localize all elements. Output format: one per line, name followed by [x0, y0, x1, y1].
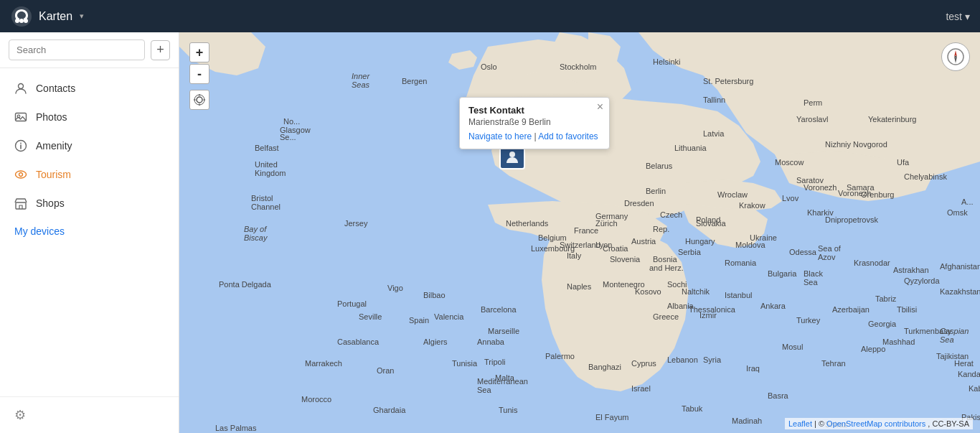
locate-icon — [193, 93, 206, 106]
compass-icon — [947, 48, 964, 65]
map-popup: × Test Kontakt Marienstraße 9 Berlin Nav… — [459, 97, 610, 149]
sidebar-item-tourism[interactable]: Tourism — [0, 160, 179, 189]
popup-close-button[interactable]: × — [597, 101, 603, 113]
sidebar-item-photos[interactable]: Photos — [0, 103, 179, 131]
svg-point-13 — [197, 97, 202, 103]
zoom-in-button[interactable]: + — [189, 42, 209, 62]
svg-point-14 — [194, 95, 204, 105]
app-title: Karten — [39, 10, 72, 23]
mydevices-label: My devices — [14, 225, 65, 237]
popup-separator: | — [534, 131, 536, 141]
user-name: test — [946, 11, 962, 22]
svg-point-1 — [19, 19, 24, 23]
popup-address: Marienstraße 9 Berlin — [468, 117, 600, 127]
zoom-out-button[interactable]: - — [189, 64, 209, 84]
sidebar-item-contacts[interactable]: Contacts — [0, 74, 179, 103]
nextcloud-logo — [10, 5, 33, 28]
photo-icon — [14, 111, 27, 124]
map-container[interactable]: InnerSeas Glasgow Belfast UnitedKingdom … — [179, 32, 980, 433]
map-background — [179, 32, 980, 433]
nav-items: Contacts Photos — [0, 68, 179, 396]
locate-button[interactable] — [189, 90, 209, 110]
sidebar-tourism-label: Tourism — [36, 169, 71, 180]
user-dropdown-icon[interactable]: ▾ — [965, 11, 970, 22]
info-icon — [14, 139, 27, 152]
topbar-left: Karten ▾ — [10, 5, 84, 28]
contact-avatar-icon — [504, 149, 520, 164]
attribution-sep: | © — [814, 419, 826, 428]
popup-title: Test Kontakt — [468, 105, 600, 116]
attribution-license: , CC-BY-SA — [928, 419, 969, 428]
svg-point-22 — [955, 56, 957, 58]
svg-point-4 — [19, 84, 24, 89]
topbar-user[interactable]: test ▾ — [946, 11, 970, 22]
sidebar: + Contacts — [0, 32, 179, 433]
leaflet-link[interactable]: Leaflet — [788, 419, 812, 428]
sidebar-item-amenity[interactable]: Amenity — [0, 131, 179, 160]
person-icon — [14, 82, 27, 95]
osm-link[interactable]: OpenStreetMap contributors — [826, 419, 925, 428]
sidebar-contacts-label: Contacts — [36, 83, 75, 94]
sidebar-shops-label: Shops — [36, 197, 65, 209]
svg-point-23 — [509, 152, 515, 157]
search-input[interactable] — [9, 39, 145, 60]
eye-icon — [14, 168, 27, 181]
popup-favorites-link[interactable]: Add to favorites — [538, 131, 598, 141]
sidebar-amenity-label: Amenity — [36, 140, 72, 152]
topbar: Karten ▾ test ▾ — [0, 0, 980, 32]
attribution: Leaflet | © OpenStreetMap contributors ,… — [785, 418, 973, 429]
svg-point-10 — [19, 173, 23, 177]
svg-rect-5 — [16, 113, 27, 121]
settings-item[interactable]: ⚙ — [0, 396, 179, 433]
svg-point-3 — [24, 19, 28, 23]
sidebar-item-mydevices[interactable]: My devices — [0, 218, 179, 245]
search-bar: + — [0, 32, 179, 68]
app-dropdown-icon[interactable]: ▾ — [80, 11, 84, 21]
map-controls: + - — [189, 42, 209, 110]
compass-button[interactable] — [941, 42, 970, 71]
svg-point-2 — [15, 19, 19, 23]
gear-icon: ⚙ — [14, 408, 26, 422]
shop-icon — [14, 197, 27, 210]
sidebar-photos-label: Photos — [36, 111, 67, 123]
main-layout: + Contacts — [0, 32, 980, 433]
svg-point-9 — [16, 171, 27, 178]
add-button[interactable]: + — [151, 40, 170, 60]
svg-point-8 — [20, 143, 22, 144]
popup-links: Navigate to here | Add to favorites — [468, 131, 600, 141]
sidebar-item-shops[interactable]: Shops — [0, 189, 179, 218]
popup-navigate-link[interactable]: Navigate to here — [468, 131, 532, 141]
